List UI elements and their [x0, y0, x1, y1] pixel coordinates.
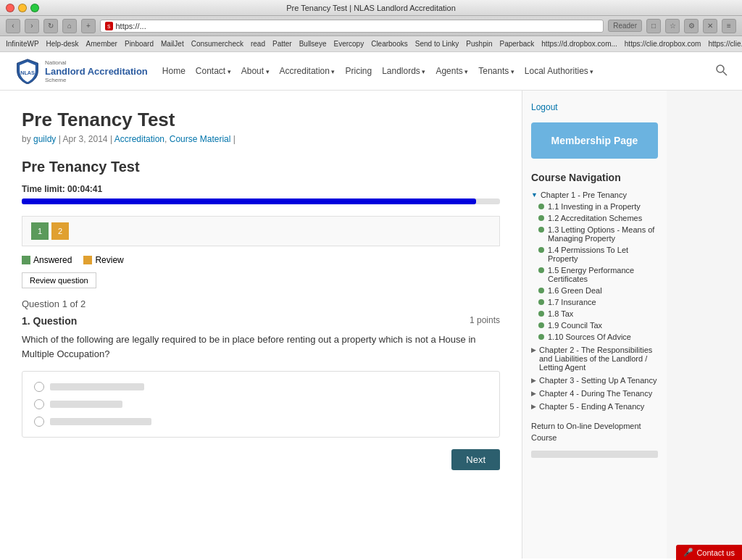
bookmark-pushpin[interactable]: Pushpin — [466, 40, 492, 48]
more-button[interactable]: ≡ — [722, 19, 736, 33]
back-button[interactable]: ‹ — [6, 19, 20, 33]
scroll-hint — [531, 451, 658, 458]
bookmark-patter[interactable]: Patter — [272, 40, 292, 48]
url-input[interactable]: s https://... — [100, 20, 604, 33]
option-radio-2[interactable] — [34, 399, 44, 409]
option-1[interactable] — [34, 382, 488, 392]
nav-home[interactable]: Home — [162, 66, 186, 76]
nav-landlords[interactable]: Landlords — [382, 66, 425, 76]
bookmark-pinboard[interactable]: Pinboard — [125, 40, 154, 48]
lesson-1-10[interactable]: 1.10 Sources Of Advice — [538, 333, 658, 341]
review-question-button[interactable]: Review question — [22, 272, 96, 288]
home-button[interactable]: ⌂ — [62, 19, 77, 33]
bookmark-consumercheck[interactable]: Consumercheck — [191, 40, 243, 48]
top-navigation: NLAS National Landlord Accreditation Sch… — [0, 52, 742, 91]
screenshot-button[interactable]: □ — [646, 19, 661, 33]
legend-answered: Answered — [22, 255, 72, 265]
membership-page-button[interactable]: Membership Page — [531, 122, 658, 159]
nav-tenants[interactable]: Tenants — [478, 66, 514, 76]
lesson-1-3[interactable]: 1.3 Letting Options - Means of Managing … — [538, 225, 658, 243]
lesson-1-9[interactable]: 1.9 Council Tax — [538, 321, 658, 330]
options-box — [22, 371, 500, 438]
bookmark-dropbox3[interactable]: https://clie.dropbox.com — [708, 40, 742, 48]
next-button[interactable]: Next — [451, 449, 500, 470]
chapter-4-header[interactable]: ▶ Chapter 4 - During The Tenancy — [531, 389, 658, 398]
maximize-btn[interactable] — [30, 4, 39, 12]
logo-text: National Landlord Accreditation Scheme — [45, 59, 148, 83]
lesson-1-2[interactable]: 1.2 Accreditation Schemes — [538, 214, 658, 222]
question-points: 1 points — [470, 315, 500, 325]
nav-accreditation[interactable]: Accreditation — [280, 66, 335, 76]
plus-button[interactable]: + — [81, 19, 96, 33]
author-link[interactable]: guildy — [33, 134, 56, 144]
option-bar-2 — [50, 401, 122, 408]
bookmark-clearbooks[interactable]: Clearbooks — [371, 40, 408, 48]
bookmark-amember[interactable]: Amember — [86, 40, 117, 48]
bookmark-evercopy[interactable]: Evercopy — [333, 40, 364, 48]
nav-links: Home Contact About Accreditation Pricing… — [162, 66, 594, 76]
nav-local-authorities[interactable]: Local Authorities — [525, 66, 594, 76]
chapter-3-header[interactable]: ▶ Chapter 3 - Setting Up A Tenancy — [531, 376, 658, 385]
return-link[interactable]: Return to On-line Development Course — [531, 421, 658, 443]
chapter-5-header[interactable]: ▶ Chapter 5 - Ending A Tenancy — [531, 402, 658, 411]
forward-button[interactable]: › — [25, 19, 39, 33]
bookmark-sendtolinky[interactable]: Send to Linky — [415, 40, 459, 48]
page-layout: Pre Tenancy Test by guildy | Apr 3, 2014… — [0, 91, 742, 559]
category-accreditation[interactable]: Accreditation — [114, 134, 164, 144]
nav-agents[interactable]: Agents — [435, 66, 468, 76]
bookmark-paperback[interactable]: Paperback — [500, 40, 535, 48]
chapter-1-arrow-icon: ▼ — [531, 191, 538, 198]
nav-about[interactable]: About — [241, 66, 270, 76]
close-btn[interactable] — [6, 4, 14, 12]
nav-pricing[interactable]: Pricing — [345, 66, 372, 76]
search-icon[interactable] — [716, 64, 728, 78]
option-radio-1[interactable] — [34, 382, 44, 392]
bookmark-read[interactable]: read — [251, 40, 265, 48]
logo-area[interactable]: NLAS National Landlord Accreditation Sch… — [14, 58, 148, 84]
category-course-material[interactable]: Course Material — [170, 134, 231, 144]
question-num-1[interactable]: 1 — [31, 222, 49, 240]
main-content: Pre Tenancy Test by guildy | Apr 3, 2014… — [0, 91, 522, 559]
option-radio-3[interactable] — [34, 417, 44, 427]
browser-content: NLAS National Landlord Accreditation Sch… — [0, 52, 742, 560]
chapter-2-header[interactable]: ▶ Chapter 2 - The Responsibilities and L… — [531, 346, 658, 372]
chapter-4-arrow-icon: ▶ — [531, 390, 536, 397]
logout-link[interactable]: Logout — [531, 102, 658, 112]
lesson-1-4[interactable]: 1.4 Permissions To Let Property — [538, 246, 658, 263]
chapter-1-header[interactable]: ▼ Chapter 1 - Pre Tenancy — [531, 191, 658, 199]
minimize-btn[interactable] — [18, 4, 27, 12]
bookmark-dropbox1[interactable]: https://d.dropbox.com... — [541, 40, 617, 48]
course-nav-title: Course Navigation — [531, 172, 658, 183]
review-label: Review — [95, 255, 123, 265]
question-num-2[interactable]: 2 — [51, 222, 69, 240]
option-2[interactable] — [34, 399, 488, 409]
chapter-1-label: Chapter 1 - Pre Tenancy — [541, 191, 627, 199]
window-controls[interactable] — [6, 4, 39, 12]
contact-us-button[interactable]: 🎤 Contact us — [676, 545, 742, 560]
reader-button[interactable]: Reader — [608, 20, 642, 32]
bookmark-mailjet[interactable]: MailJet — [161, 40, 184, 48]
option-3[interactable] — [34, 417, 488, 427]
settings-button[interactable]: ⚙ — [684, 19, 699, 33]
close-tab-button[interactable]: ✕ — [703, 19, 717, 33]
lesson-1-5[interactable]: 1.5 Energy Performance Certificates — [538, 266, 658, 283]
legend-review: Review — [83, 255, 123, 265]
lesson-1-1[interactable]: 1.1 Investing in a Property — [538, 202, 658, 211]
bookmark-infinitewp[interactable]: InfiniteWP — [6, 40, 39, 48]
lesson-1-8[interactable]: 1.8 Tax — [538, 309, 658, 318]
bookmark-helpdesk[interactable]: Help-desk — [46, 40, 79, 48]
option-bar-1 — [50, 383, 144, 390]
bookmark-bullseye[interactable]: Bullseye — [299, 40, 327, 48]
nav-contact[interactable]: Contact — [196, 66, 231, 76]
chapter-3-label: Chapter 3 - Setting Up A Tenancy — [539, 376, 656, 385]
quiz-title: Pre Tenancy Test — [22, 159, 500, 175]
option-bar-3 — [50, 418, 151, 425]
bookmark-button[interactable]: ☆ — [665, 19, 680, 33]
chapter-4: ▶ Chapter 4 - During The Tenancy — [531, 389, 658, 398]
bookmark-dropbox2[interactable]: https://clie.dropbox.com — [625, 40, 701, 48]
refresh-button[interactable]: ↻ — [43, 19, 58, 33]
lesson-dot — [538, 288, 544, 293]
lesson-1-6[interactable]: 1.6 Green Deal — [538, 286, 658, 295]
lesson-1-7[interactable]: 1.7 Insurance — [538, 298, 658, 306]
question-body: Which of the following are legally requi… — [22, 333, 500, 361]
